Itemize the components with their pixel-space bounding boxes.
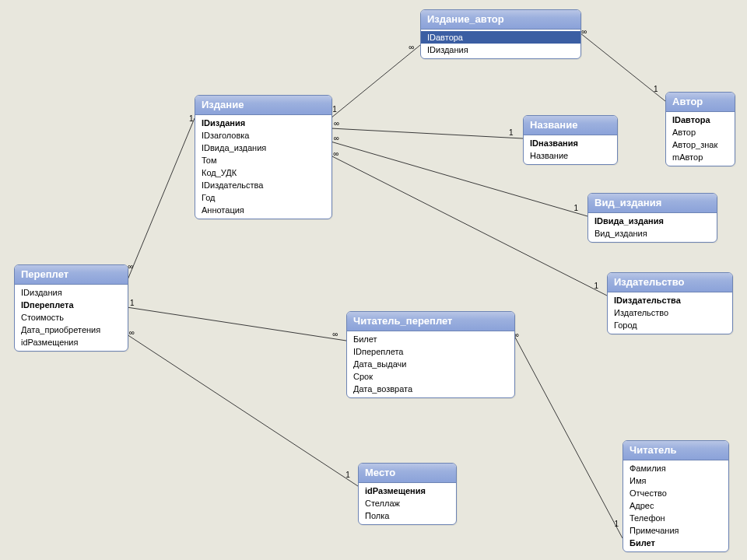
svg-line-8	[514, 334, 622, 538]
field-row[interactable]: IDавтора	[666, 114, 735, 126]
field-row[interactable]: idРазмещения	[359, 485, 456, 497]
field-row[interactable]: IDзаголовка	[195, 129, 331, 142]
field-list: IDизданияIDзаголовкаIDвида_изданияТомКод…	[195, 115, 331, 219]
field-row[interactable]: Вид_издания	[588, 227, 717, 240]
svg-line-1	[331, 45, 420, 118]
cardinality-label: 1	[345, 471, 350, 479]
field-row[interactable]: IDназвания	[524, 137, 617, 149]
svg-line-0	[127, 118, 195, 282]
field-list: IDиздательстваИздательствоГород	[608, 292, 732, 334]
field-row[interactable]: Том	[195, 154, 331, 166]
field-row[interactable]: Билет	[623, 537, 728, 549]
svg-line-4	[331, 156, 607, 296]
cardinality-label: ∞	[581, 27, 587, 36]
field-row[interactable]: mАвтор	[666, 151, 735, 163]
field-list: IDавтораIDиздания	[421, 30, 580, 58]
table-title[interactable]: Переплет	[15, 265, 128, 285]
field-row[interactable]: Дата_приобретения	[15, 324, 128, 336]
field-row[interactable]: Полка	[359, 509, 456, 522]
field-list: IDавтораАвторАвтор_знакmАвтор	[666, 112, 735, 166]
field-row[interactable]: Дата_выдачи	[347, 358, 514, 370]
table-izdatelstvo[interactable]: ИздательствоIDиздательстваИздательствоГо…	[607, 272, 733, 334]
svg-line-2	[331, 128, 523, 138]
table-pereplet[interactable]: ПереплетIDизданияIDпереплетаСтоимостьДат…	[14, 264, 128, 352]
table-izdanie[interactable]: ИзданиеIDизданияIDзаголовкаIDвида_издани…	[195, 95, 332, 219]
field-row[interactable]: Год	[195, 191, 331, 204]
field-row[interactable]: Примечания	[623, 524, 728, 537]
field-row[interactable]: idРазмещения	[15, 336, 128, 348]
table-title[interactable]: Автор	[666, 93, 735, 112]
table-chitatel[interactable]: ЧитательФамилияИмяОтчествоАдресТелефонПр…	[622, 440, 729, 552]
table-avtor[interactable]: АвторIDавтораАвторАвтор_знакmАвтор	[665, 92, 735, 166]
field-row[interactable]: Телефон	[623, 512, 728, 524]
table-title[interactable]: Читатель_переплет	[347, 312, 514, 331]
field-row[interactable]: Адрес	[623, 499, 728, 512]
field-row[interactable]: Имя	[623, 474, 728, 487]
cardinality-label: 1	[654, 85, 658, 93]
cardinality-label: 1	[332, 105, 337, 114]
field-list: IDвида_изданияВид_издания	[588, 213, 717, 242]
table-mesto[interactable]: МестоidРазмещенияСтеллажПолка	[358, 463, 457, 525]
field-row[interactable]: IDиздания	[195, 117, 331, 129]
table-title[interactable]: Издательство	[608, 273, 732, 292]
field-list: ФамилияИмяОтчествоАдресТелефонПримечания…	[623, 460, 728, 551]
field-row[interactable]: Автор_знак	[666, 138, 735, 151]
field-row[interactable]: IDпереплета	[347, 345, 514, 358]
cardinality-label: 1	[614, 520, 619, 528]
svg-line-6	[127, 307, 346, 341]
cardinality-label: ∞	[409, 43, 414, 51]
field-row[interactable]: Стоимость	[15, 311, 128, 324]
cardinality-label: ∞	[129, 328, 135, 337]
cardinality-label: ∞	[334, 134, 339, 142]
field-row[interactable]: IDиздательства	[195, 179, 331, 191]
field-row[interactable]: Название	[524, 149, 617, 162]
cardinality-label: 1	[130, 299, 135, 307]
field-row[interactable]: Код_УДК	[195, 166, 331, 179]
field-row[interactable]: IDавтора	[421, 31, 580, 44]
cardinality-label: 1	[574, 204, 579, 212]
field-row[interactable]: IDвида_издания	[195, 142, 331, 154]
field-row[interactable]: IDпереплета	[15, 299, 128, 311]
er-diagram-canvas: 1∞1∞∞1∞1∞1∞11∞∞1∞1ПереплетIDизданияIDпер…	[0, 0, 747, 560]
field-row[interactable]: Отчество	[623, 487, 728, 499]
field-row[interactable]: Город	[608, 319, 732, 331]
field-row[interactable]: IDиздательства	[608, 294, 732, 306]
field-list: IDназванияНазвание	[524, 135, 617, 164]
field-list: idРазмещенияСтеллажПолка	[359, 483, 456, 524]
table-title[interactable]: Издание_автор	[421, 10, 580, 30]
table-title[interactable]: Вид_издания	[588, 194, 717, 213]
svg-line-7	[127, 334, 358, 486]
table-title[interactable]: Читатель	[623, 441, 728, 460]
field-row[interactable]: Автор	[666, 126, 735, 138]
svg-line-5	[580, 33, 665, 101]
table-nazvanie[interactable]: НазваниеIDназванияНазвание	[523, 115, 618, 165]
cardinality-label: 1	[189, 114, 194, 123]
table-title[interactable]: Место	[359, 464, 456, 483]
cardinality-label: 1	[509, 128, 514, 137]
table-title[interactable]: Издание	[195, 96, 331, 115]
cardinality-label: ∞	[332, 330, 338, 338]
cardinality-label: ∞	[334, 119, 339, 128]
field-row[interactable]: Билет	[347, 333, 514, 345]
field-list: БилетIDпереплетаДата_выдачиСрокДата_возв…	[347, 331, 514, 397]
field-row[interactable]: IDиздания	[15, 286, 128, 299]
field-row[interactable]: Издательство	[608, 306, 732, 319]
cardinality-label: ∞	[128, 262, 133, 271]
table-title[interactable]: Название	[524, 116, 617, 135]
field-row[interactable]: Аннотация	[195, 204, 331, 216]
field-list: IDизданияIDпереплетаСтоимостьДата_приобр…	[15, 285, 128, 351]
field-row[interactable]: Стеллаж	[359, 497, 456, 509]
field-row[interactable]: IDиздания	[421, 44, 580, 56]
table-chit_perepl[interactable]: Читатель_переплетБилетIDпереплетаДата_вы…	[346, 311, 515, 398]
table-vid_izd[interactable]: Вид_изданияIDвида_изданияВид_издания	[587, 193, 717, 243]
field-row[interactable]: IDвида_издания	[588, 215, 717, 227]
field-row[interactable]: Фамилия	[623, 462, 728, 474]
cardinality-label: ∞	[333, 149, 338, 158]
table-izdanie_avtor[interactable]: Издание_авторIDавтораIDиздания	[420, 9, 581, 59]
field-row[interactable]: Срок	[347, 370, 514, 383]
cardinality-label: 1	[594, 282, 599, 290]
field-row[interactable]: Дата_возврата	[347, 383, 514, 395]
